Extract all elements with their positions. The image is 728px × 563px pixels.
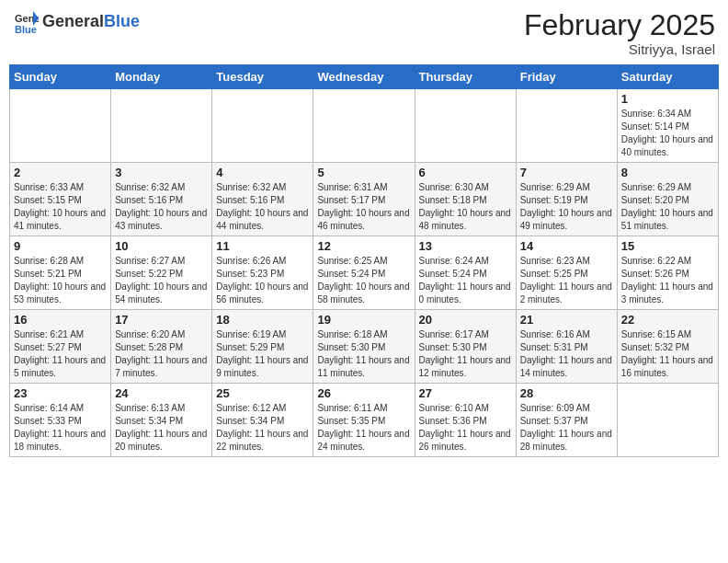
day-number: 17 [115,313,208,327]
day-number: 11 [216,239,309,253]
weekday-header-sunday: Sunday [10,65,111,89]
day-info: Sunrise: 6:09 AM Sunset: 5:37 PM Dayligh… [520,402,613,454]
day-info: Sunrise: 6:21 AM Sunset: 5:27 PM Dayligh… [14,328,107,380]
day-number: 2 [14,166,107,179]
location: Sitriyya, Israel [524,41,715,57]
day-info: Sunrise: 6:18 AM Sunset: 5:30 PM Dayligh… [317,328,410,380]
weekday-header-friday: Friday [516,65,617,89]
calendar-cell: 24Sunrise: 6:13 AM Sunset: 5:34 PM Dayli… [111,384,212,457]
calendar-cell: 21Sunrise: 6:16 AM Sunset: 5:31 PM Dayli… [516,310,617,384]
day-number: 26 [317,386,410,400]
day-number: 15 [621,239,714,253]
day-number: 13 [419,239,512,253]
day-info: Sunrise: 6:29 AM Sunset: 5:19 PM Dayligh… [520,181,613,233]
calendar-cell: 9Sunrise: 6:28 AM Sunset: 5:21 PM Daylig… [10,236,111,310]
day-info: Sunrise: 6:30 AM Sunset: 5:18 PM Dayligh… [419,181,512,233]
day-number: 23 [14,386,107,400]
calendar-cell: 11Sunrise: 6:26 AM Sunset: 5:23 PM Dayli… [212,236,313,310]
day-number: 9 [14,239,107,253]
day-info: Sunrise: 6:33 AM Sunset: 5:15 PM Dayligh… [14,181,107,233]
day-number: 7 [520,166,613,179]
calendar-cell [10,89,111,163]
calendar-cell [516,89,617,163]
day-number: 25 [216,386,309,400]
calendar-cell: 20Sunrise: 6:17 AM Sunset: 5:30 PM Dayli… [415,310,516,384]
page-header: General Blue GeneralBlue February 2025 S… [9,9,719,57]
calendar-week-row: 2Sunrise: 6:33 AM Sunset: 5:15 PM Daylig… [10,163,719,236]
weekday-header-saturday: Saturday [617,65,718,89]
calendar-cell [212,89,313,163]
calendar-cell: 15Sunrise: 6:22 AM Sunset: 5:26 PM Dayli… [617,236,718,310]
day-info: Sunrise: 6:12 AM Sunset: 5:34 PM Dayligh… [216,402,309,454]
weekday-header-tuesday: Tuesday [212,65,313,89]
day-info: Sunrise: 6:29 AM Sunset: 5:20 PM Dayligh… [621,181,714,233]
calendar-week-row: 9Sunrise: 6:28 AM Sunset: 5:21 PM Daylig… [10,236,719,310]
calendar-cell: 16Sunrise: 6:21 AM Sunset: 5:27 PM Dayli… [10,310,111,384]
svg-text:Blue: Blue [15,24,37,35]
day-info: Sunrise: 6:15 AM Sunset: 5:32 PM Dayligh… [621,328,714,380]
weekday-header-wednesday: Wednesday [313,65,415,89]
calendar-cell: 28Sunrise: 6:09 AM Sunset: 5:37 PM Dayli… [516,384,617,457]
day-info: Sunrise: 6:14 AM Sunset: 5:33 PM Dayligh… [14,402,107,454]
title-block: February 2025 Sitriyya, Israel [524,9,715,57]
calendar-cell: 27Sunrise: 6:10 AM Sunset: 5:36 PM Dayli… [415,384,516,457]
calendar-cell: 14Sunrise: 6:23 AM Sunset: 5:25 PM Dayli… [516,236,617,310]
calendar-cell: 23Sunrise: 6:14 AM Sunset: 5:33 PM Dayli… [10,384,111,457]
day-number: 24 [115,386,208,400]
calendar-header-row: SundayMondayTuesdayWednesdayThursdayFrid… [10,65,719,89]
calendar-week-row: 23Sunrise: 6:14 AM Sunset: 5:33 PM Dayli… [10,384,719,457]
calendar-cell [313,89,415,163]
day-number: 10 [115,239,208,253]
calendar-cell: 19Sunrise: 6:18 AM Sunset: 5:30 PM Dayli… [313,310,415,384]
day-info: Sunrise: 6:17 AM Sunset: 5:30 PM Dayligh… [419,328,512,380]
calendar-cell [415,89,516,163]
day-number: 6 [419,166,512,179]
day-info: Sunrise: 6:11 AM Sunset: 5:35 PM Dayligh… [317,402,410,454]
logo-icon: General Blue [13,9,39,35]
calendar-cell: 17Sunrise: 6:20 AM Sunset: 5:28 PM Dayli… [111,310,212,384]
day-info: Sunrise: 6:34 AM Sunset: 5:14 PM Dayligh… [621,108,714,159]
day-info: Sunrise: 6:27 AM Sunset: 5:22 PM Dayligh… [115,255,208,306]
day-number: 19 [317,313,410,327]
calendar-cell: 13Sunrise: 6:24 AM Sunset: 5:24 PM Dayli… [415,236,516,310]
calendar-cell: 8Sunrise: 6:29 AM Sunset: 5:20 PM Daylig… [617,163,718,236]
calendar-cell: 6Sunrise: 6:30 AM Sunset: 5:18 PM Daylig… [415,163,516,236]
calendar-week-row: 16Sunrise: 6:21 AM Sunset: 5:27 PM Dayli… [10,310,719,384]
day-number: 8 [621,166,714,179]
day-info: Sunrise: 6:10 AM Sunset: 5:36 PM Dayligh… [419,402,512,454]
day-info: Sunrise: 6:22 AM Sunset: 5:26 PM Dayligh… [621,255,714,306]
day-number: 5 [317,166,410,179]
logo: General Blue GeneralBlue [13,9,140,35]
day-info: Sunrise: 6:23 AM Sunset: 5:25 PM Dayligh… [520,255,613,306]
month-title: February 2025 [524,9,715,41]
weekday-header-thursday: Thursday [415,65,516,89]
calendar-cell: 1Sunrise: 6:34 AM Sunset: 5:14 PM Daylig… [617,89,718,163]
logo-general-text: General [42,12,104,30]
day-info: Sunrise: 6:24 AM Sunset: 5:24 PM Dayligh… [419,255,512,306]
calendar-cell: 7Sunrise: 6:29 AM Sunset: 5:19 PM Daylig… [516,163,617,236]
day-number: 4 [216,166,309,179]
day-info: Sunrise: 6:31 AM Sunset: 5:17 PM Dayligh… [317,181,410,233]
calendar-cell: 2Sunrise: 6:33 AM Sunset: 5:15 PM Daylig… [10,163,111,236]
day-number: 3 [115,166,208,179]
calendar-cell: 4Sunrise: 6:32 AM Sunset: 5:16 PM Daylig… [212,163,313,236]
calendar-cell: 5Sunrise: 6:31 AM Sunset: 5:17 PM Daylig… [313,163,415,236]
calendar-cell: 18Sunrise: 6:19 AM Sunset: 5:29 PM Dayli… [212,310,313,384]
logo-blue-text: Blue [104,12,140,30]
day-number: 22 [621,313,714,327]
day-info: Sunrise: 6:32 AM Sunset: 5:16 PM Dayligh… [115,181,208,233]
day-number: 1 [621,92,714,106]
day-number: 18 [216,313,309,327]
day-number: 27 [419,386,512,400]
day-number: 21 [520,313,613,327]
calendar-cell: 22Sunrise: 6:15 AM Sunset: 5:32 PM Dayli… [617,310,718,384]
calendar-table: SundayMondayTuesdayWednesdayThursdayFrid… [9,64,719,457]
day-info: Sunrise: 6:20 AM Sunset: 5:28 PM Dayligh… [115,328,208,380]
day-info: Sunrise: 6:32 AM Sunset: 5:16 PM Dayligh… [216,181,309,233]
day-number: 16 [14,313,107,327]
day-info: Sunrise: 6:16 AM Sunset: 5:31 PM Dayligh… [520,328,613,380]
day-info: Sunrise: 6:13 AM Sunset: 5:34 PM Dayligh… [115,402,208,454]
day-info: Sunrise: 6:28 AM Sunset: 5:21 PM Dayligh… [14,255,107,306]
day-number: 28 [520,386,613,400]
day-info: Sunrise: 6:25 AM Sunset: 5:24 PM Dayligh… [317,255,410,306]
